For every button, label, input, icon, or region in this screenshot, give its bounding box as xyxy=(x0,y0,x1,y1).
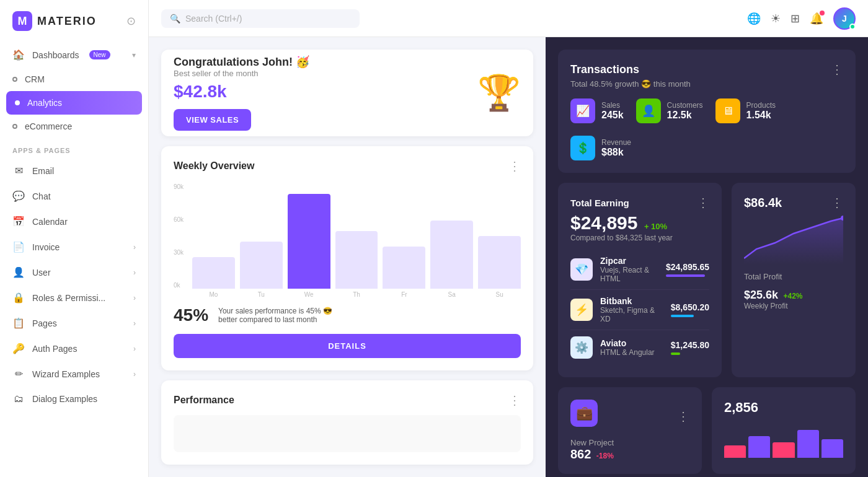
transactions-stats: 📈 Sales 245k 👤 Customers 12.5k xyxy=(570,98,843,160)
weekly-percentage: 45% xyxy=(174,305,208,325)
sidebar-item-wizard[interactable]: ✏ Wizard Examples › xyxy=(0,361,148,387)
wizard-icon: ✏ xyxy=(12,368,25,380)
search-icon: 🔍 xyxy=(170,14,180,24)
new-badge: New xyxy=(89,50,110,59)
x-label-sa: Sa xyxy=(430,291,473,298)
transactions-title: Transactions xyxy=(570,63,639,76)
sidebar-item-crm[interactable]: CRM xyxy=(0,68,148,91)
view-sales-button[interactable]: VIEW SALES xyxy=(174,109,251,131)
project-row: 💼 ⋮ New Project 862 -18% 2,856 xyxy=(558,387,856,474)
bitbank-logo: ⚡ xyxy=(570,299,593,321)
performance-card: Performance ⋮ xyxy=(161,380,533,465)
analytics-dot xyxy=(15,100,20,105)
apps-section-label: APPS & PAGES xyxy=(0,138,148,158)
sales-value: 245k xyxy=(601,110,624,121)
stat-products: 🖥 Products 1.54k xyxy=(715,98,776,123)
mini-bar-4 xyxy=(797,430,819,458)
aviato-bar xyxy=(671,352,681,355)
x-label-su: Su xyxy=(478,291,521,298)
bell-icon[interactable]: 🔔 xyxy=(810,12,823,25)
stat-customers: 👤 Customers 12.5k xyxy=(636,98,703,123)
stat-customers-info: Customers 12.5k xyxy=(667,101,703,121)
sidebar-item-auth[interactable]: 🔑 Auth Pages › xyxy=(0,336,148,361)
profit-label: Total Profit xyxy=(744,272,843,281)
sidebar-label-dashboards: Dashboards xyxy=(32,50,79,60)
transactions-menu-icon[interactable]: ⋮ xyxy=(831,62,843,77)
sidebar-label-invoice: Invoice xyxy=(32,242,60,252)
profit-menu-icon[interactable]: ⋮ xyxy=(831,195,843,210)
stat-products-info: Products 1.54k xyxy=(746,101,776,121)
details-button[interactable]: DETAILS xyxy=(174,334,521,358)
sidebar-item-chat[interactable]: 💬 Chat xyxy=(0,183,148,209)
ecommerce-dot xyxy=(12,124,17,129)
sidebar-item-email[interactable]: ✉ Email xyxy=(0,158,148,183)
earning-item-bitbank: ⚡ Bitbank Sketch, Figma & XD $8,650.20 xyxy=(570,290,709,330)
roles-arrow: › xyxy=(133,294,136,302)
sidebar-item-ecommerce[interactable]: eCommerce xyxy=(0,115,148,138)
congrats-subtitle: Best seller of the month xyxy=(174,69,309,78)
sidebar-item-pages[interactable]: 📋 Pages › xyxy=(0,310,148,336)
weekly-title: Weekly Overview xyxy=(174,160,254,172)
translate-icon[interactable]: 🌐 xyxy=(747,12,761,25)
performance-menu-icon[interactable]: ⋮ xyxy=(508,393,521,408)
performance-chart-placeholder xyxy=(174,415,521,452)
total-count-value: 2,856 xyxy=(724,400,843,416)
profit-chart xyxy=(744,215,843,265)
grid-icon[interactable]: ⊞ xyxy=(790,12,800,25)
left-panel: Congratulations John! 🥳 Best seller of t… xyxy=(149,37,546,477)
sidebar-item-calendar[interactable]: 📅 Calendar xyxy=(0,209,148,234)
aviato-amount-right: $1,245.80 xyxy=(671,340,709,355)
sidebar-label-ecommerce: eCommerce xyxy=(25,121,72,131)
sidebar-label-roles: Roles & Permissi... xyxy=(32,293,105,303)
sidebar-item-dashboards[interactable]: 🏠 Dashboards New ▾ xyxy=(0,42,148,68)
revenue-icon-box: 💲 xyxy=(570,136,595,160)
auth-arrow: › xyxy=(133,344,136,353)
bar-fr xyxy=(383,247,425,289)
sidebar-item-user[interactable]: 👤 User › xyxy=(0,260,148,285)
sidebar: M MATERIO ⊙ 🏠 Dashboards New ▾ CRM Analy… xyxy=(0,0,149,477)
topbar: 🔍 Search (Ctrl+/) 🌐 ☀ ⊞ 🔔 J xyxy=(149,0,868,37)
bitbank-tech: Sketch, Figma & XD xyxy=(600,306,663,323)
bitbank-amount-right: $8,650.20 xyxy=(671,302,709,317)
online-dot xyxy=(849,24,856,30)
x-label-tu: Tu xyxy=(240,291,283,298)
crm-dot xyxy=(12,77,17,82)
weekly-menu-icon[interactable]: ⋮ xyxy=(508,159,521,173)
sidebar-item-analytics[interactable]: Analytics xyxy=(6,91,142,115)
y-label-60k: 60k xyxy=(174,216,184,223)
avatar-wrapper[interactable]: J xyxy=(833,7,856,30)
brightness-icon[interactable]: ☀ xyxy=(771,12,781,25)
sidebar-item-roles[interactable]: 🔒 Roles & Permissi... › xyxy=(0,285,148,310)
sidebar-label-dialog: Dialog Examples xyxy=(32,394,97,404)
earning-item-aviato: ⚙️ Aviato HTML & Angular $1,245.80 xyxy=(570,330,709,365)
products-value: 1.54k xyxy=(746,110,776,121)
calendar-icon: 📅 xyxy=(12,216,25,227)
sidebar-item-invoice[interactable]: 📄 Invoice › xyxy=(0,234,148,260)
customers-icon-box: 👤 xyxy=(636,98,661,123)
sidebar-toggle-icon[interactable]: ⊙ xyxy=(126,14,136,28)
products-label: Products xyxy=(746,101,776,110)
sidebar-label-user: User xyxy=(32,268,51,278)
notification-dot xyxy=(820,11,825,15)
zipcar-tech: Vuejs, React & HTML xyxy=(600,266,658,283)
congrats-text: Congratulations John! 🥳 Best seller of t… xyxy=(174,55,309,131)
pages-arrow: › xyxy=(133,319,136,328)
total-profit-card: $86.4k ⋮ xyxy=(732,183,856,377)
x-label-we: We xyxy=(288,291,330,298)
project-menu-icon[interactable]: ⋮ xyxy=(677,409,689,424)
user-arrow: › xyxy=(133,268,136,277)
search-box[interactable]: 🔍 Search (Ctrl+/) xyxy=(161,9,360,28)
aviato-info: Aviato HTML & Angular xyxy=(600,338,663,357)
y-label-30k: 30k xyxy=(174,249,184,256)
sidebar-item-dialog[interactable]: 🗂 Dialog Examples xyxy=(0,387,148,411)
zipcar-logo: 💎 xyxy=(570,258,593,281)
content-area: Congratulations John! 🥳 Best seller of t… xyxy=(149,37,868,477)
earning-menu-icon[interactable]: ⋮ xyxy=(697,195,709,210)
sidebar-label-email: Email xyxy=(32,166,54,176)
sidebar-label-chat: Chat xyxy=(32,191,51,201)
zipcar-bar xyxy=(666,274,705,277)
x-label-th: Th xyxy=(335,291,378,298)
stat-revenue-info: Revenue $88k xyxy=(601,138,631,158)
main-area: 🔍 Search (Ctrl+/) 🌐 ☀ ⊞ 🔔 J Congratulati… xyxy=(149,0,868,477)
sidebar-label-wizard: Wizard Examples xyxy=(32,369,100,379)
